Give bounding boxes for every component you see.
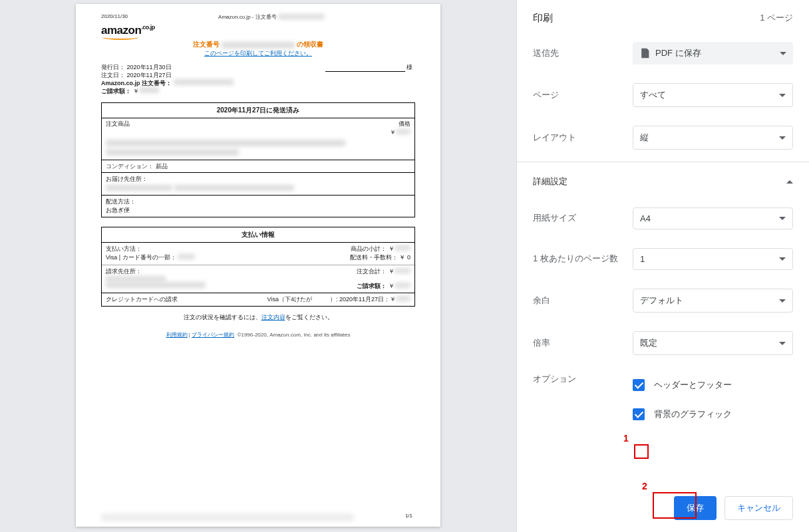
redacted: x bbox=[178, 254, 195, 259]
logo-swoosh-icon bbox=[102, 35, 139, 40]
sama-suffix: 様 bbox=[406, 64, 412, 70]
headers-footers-checkbox[interactable] bbox=[633, 379, 645, 391]
redacted: x bbox=[106, 282, 206, 288]
margins-select[interactable]: デフォルト bbox=[633, 289, 793, 313]
destination-label: 送信先 bbox=[533, 48, 633, 59]
paper-size-label: 用紙サイズ bbox=[533, 213, 633, 224]
page-preview: 2020/11/30 Amazon.co.jp - 注文番号 x amazon.… bbox=[76, 4, 440, 527]
layout-label: レイアウト bbox=[533, 132, 633, 144]
print-preview-area: 2020/11/30 Amazon.co.jp - 注文番号 x amazon.… bbox=[0, 0, 516, 532]
pages-select[interactable]: すべて bbox=[633, 83, 793, 107]
chevron-down-icon bbox=[780, 52, 786, 55]
chevron-down-icon bbox=[779, 257, 786, 261]
pay-method: Visa | カード番号の一部： bbox=[106, 254, 176, 261]
grand-total-label: ご請求額： bbox=[357, 283, 387, 289]
margins-value: デフォルト bbox=[640, 295, 683, 307]
total-label: ご請求額： bbox=[101, 88, 131, 94]
order-number-suffix: の領収書 bbox=[297, 41, 323, 48]
privacy-link[interactable]: プライバシー規約 bbox=[192, 332, 234, 338]
layout-select[interactable]: 縦 bbox=[633, 126, 793, 150]
pdf-icon bbox=[639, 48, 650, 59]
print-page-link[interactable]: このページを印刷してご利用ください。 bbox=[204, 50, 312, 57]
redacted: x bbox=[174, 79, 234, 85]
cancel-button[interactable]: キャンセル bbox=[725, 496, 793, 520]
pages-per-sheet-value: 1 bbox=[640, 254, 645, 264]
destination-value: PDF に保存 bbox=[655, 47, 701, 59]
redacted: x bbox=[395, 268, 410, 273]
scale-value: 既定 bbox=[640, 337, 657, 349]
redacted: x bbox=[395, 283, 410, 288]
shipment-table: 2020年11月27日に発送済み 注文商品 価格￥x x x コンディション： … bbox=[101, 102, 415, 217]
headers-footers-label: ヘッダーとフッター bbox=[654, 379, 732, 391]
advanced-toggle[interactable]: 詳細設定 bbox=[517, 165, 809, 198]
redacted: x bbox=[396, 129, 410, 134]
chevron-down-icon bbox=[779, 299, 786, 303]
delivery-address-label: お届け先住所： bbox=[106, 175, 410, 184]
chevron-down-icon bbox=[779, 136, 786, 140]
order-date: 注文日： 2020年11月27日 bbox=[101, 71, 234, 79]
shipping-label: 配送料・手数料： bbox=[350, 254, 398, 261]
header-date: 2020/11/30 bbox=[101, 13, 128, 21]
pages-per-sheet-label: 1 枚あたりのページ数 bbox=[533, 253, 633, 265]
logo-suffix: .co.jp bbox=[141, 24, 155, 31]
cc-charge-label: クレジットカードへの請求 bbox=[106, 295, 178, 304]
scale-label: 倍率 bbox=[533, 338, 633, 349]
condition-row: コンディション： 新品 bbox=[102, 160, 414, 173]
order-number-label: Amazon.co.jp 注文番号： bbox=[101, 80, 172, 86]
status-note-pre: 注文の状況を確認するには、 bbox=[184, 314, 261, 321]
redacted: x bbox=[395, 245, 410, 251]
item-header-left: 注文商品 bbox=[106, 120, 130, 137]
currency: ￥ bbox=[389, 283, 395, 289]
header-title: Amazon.co.jp - 注文番号 bbox=[218, 14, 277, 20]
pages-label: ページ bbox=[533, 90, 633, 101]
currency: ￥ bbox=[390, 129, 396, 136]
issue-date: 発行日： 2020年11月30日 bbox=[101, 63, 234, 71]
scale-select[interactable]: 既定 bbox=[633, 331, 793, 355]
status-note-post: をご覧ください。 bbox=[285, 314, 333, 321]
panel-title: 印刷 bbox=[533, 12, 553, 25]
redacted: x bbox=[278, 14, 325, 19]
redacted: x bbox=[106, 185, 172, 191]
copyright: ©1996-2020, Amazon.com, Inc. and its aff… bbox=[238, 332, 351, 338]
shipment-header: 2020年11月27日に発送済み bbox=[102, 103, 414, 118]
save-button[interactable]: 保存 bbox=[674, 496, 717, 520]
page-number: 1/1 bbox=[405, 513, 412, 519]
ship-method-label: 配送方法： bbox=[106, 198, 410, 206]
chevron-down-icon bbox=[779, 342, 786, 345]
shipping-value: ￥ 0 bbox=[399, 254, 410, 261]
pages-per-sheet-select[interactable]: 1 bbox=[633, 248, 793, 270]
amazon-logo: amazon.co.jp bbox=[101, 25, 415, 36]
destination-select[interactable]: PDF に保存 bbox=[633, 42, 793, 65]
order-total-label: 注文合計： bbox=[357, 268, 387, 275]
subtotal-label: 商品の小計： bbox=[351, 245, 387, 252]
terms-link[interactable]: 利用規約 bbox=[166, 332, 188, 338]
margins-label: 余白 bbox=[533, 295, 633, 307]
redacted: x bbox=[396, 296, 410, 301]
redacted: x bbox=[106, 149, 239, 156]
order-number-prefix: 注文番号 bbox=[193, 41, 220, 48]
options-label: オプション bbox=[533, 374, 633, 385]
background-graphics-checkbox[interactable] bbox=[633, 408, 645, 420]
print-panel: 印刷 1 ページ 送信先 PDF に保存 ページ すべて レイアウト 縦 詳細設… bbox=[516, 0, 809, 532]
paper-size-select[interactable]: A4 bbox=[633, 207, 793, 229]
chevron-down-icon bbox=[779, 217, 786, 220]
signature-line bbox=[325, 71, 405, 72]
payment-table: 支払い情報 支払い方法： 商品の小計： ￥x Visa | カード番号の一部： … bbox=[101, 227, 415, 307]
layout-value: 縦 bbox=[640, 132, 649, 144]
chevron-down-icon bbox=[779, 94, 786, 97]
page-count: 1 ページ bbox=[760, 12, 793, 25]
item-header-right: 価格 bbox=[399, 120, 410, 127]
currency: ￥ bbox=[389, 268, 395, 275]
redacted: x bbox=[106, 140, 345, 146]
redacted: x bbox=[106, 276, 166, 282]
background-graphics-label: 背景のグラフィック bbox=[654, 408, 732, 420]
cc-charge-value: Visa（下4けたが ）: 2020年11月27日：￥ bbox=[267, 296, 396, 303]
payment-header: 支払い情報 bbox=[102, 227, 414, 243]
chevron-up-icon bbox=[786, 180, 793, 184]
pages-value: すべて bbox=[640, 89, 666, 101]
currency: ￥ bbox=[389, 245, 395, 252]
bill-address-label: 請求先住所： bbox=[106, 267, 142, 276]
pay-method-label: 支払い方法： bbox=[106, 245, 142, 252]
currency: ￥ bbox=[133, 88, 139, 94]
order-details-link[interactable]: 注文内容 bbox=[261, 314, 285, 321]
